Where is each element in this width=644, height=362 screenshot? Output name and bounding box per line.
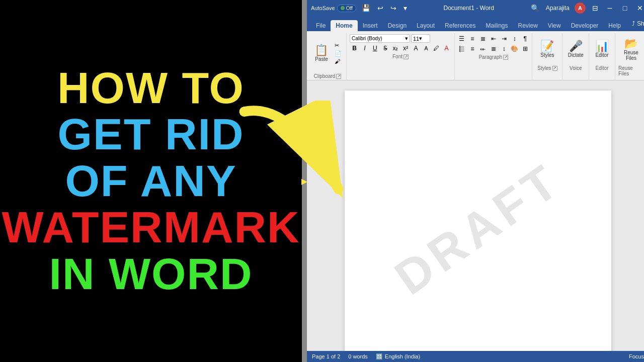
copy-button[interactable]: 📄 xyxy=(333,50,344,57)
close-button[interactable]: ✕ xyxy=(635,3,644,13)
share-icon: ⤴ xyxy=(632,20,635,27)
multilevel-button[interactable]: ≣ xyxy=(478,34,488,43)
align-left-button[interactable]: ⬱ xyxy=(457,44,467,53)
document-title: Document1 - Word xyxy=(444,5,494,12)
page-info: Page 1 of 2 xyxy=(312,353,340,359)
underline-button[interactable]: U xyxy=(370,44,380,53)
numbering-button[interactable]: ≡ xyxy=(467,34,477,43)
share-button[interactable]: ⤴ Share xyxy=(626,18,644,29)
font-size-selector[interactable]: 11 ▾ xyxy=(411,34,430,43)
tab-references[interactable]: References xyxy=(440,20,480,31)
status-bar-right: Focus xyxy=(629,353,644,359)
autosave-state: Off xyxy=(346,6,353,11)
reuse-files-group-label: Reuse Files xyxy=(618,65,644,76)
editor-label: Editor xyxy=(596,52,609,58)
focus-label[interactable]: Focus xyxy=(629,353,644,359)
paragraph-label: Paragraph ↗ xyxy=(478,54,508,60)
title-bar-right: 🔍 Aparajita A ⊟ ─ □ ✕ xyxy=(529,3,644,14)
save-icon[interactable]: 💾 xyxy=(360,3,372,13)
subscript-button[interactable]: x₂ xyxy=(390,44,400,53)
show-marks-button[interactable]: ¶ xyxy=(520,34,530,43)
font-label: Font ↗ xyxy=(392,54,409,59)
cut-button[interactable]: ✂ xyxy=(333,42,344,49)
editor-button[interactable]: 📊 Editor xyxy=(592,34,612,64)
increase-indent-button[interactable]: ⇥ xyxy=(499,34,509,43)
status-bar: Page 1 of 2 0 words 🔠 English (India) Fo… xyxy=(307,351,644,362)
thumbnail-panel: HOW TO GET RID OF ANY WATERMARK IN WORD xyxy=(0,0,302,362)
bullets-button[interactable]: ☰ xyxy=(457,34,467,43)
tab-view[interactable]: View xyxy=(543,20,566,31)
styles-icon: 📝 xyxy=(540,41,554,52)
paste-button[interactable]: 📋 Paste xyxy=(311,38,332,68)
font-color-button[interactable]: A xyxy=(442,44,451,53)
format-painter-button[interactable]: 🖌 xyxy=(333,58,344,65)
tab-home[interactable]: Home xyxy=(331,20,357,31)
font-size-value: 11 xyxy=(413,36,419,42)
paste-icon: 📋 xyxy=(314,45,328,56)
paragraph-group: ☰ ≡ ≣ ⇤ ⇥ ↕ ¶ ⬱ ≡ ⬰ ≣ ↕ 🎨 ⊞ xyxy=(455,33,532,80)
user-avatar[interactable]: A xyxy=(575,3,586,14)
tab-mailings[interactable]: Mailings xyxy=(480,20,513,31)
tab-file[interactable]: File xyxy=(311,20,331,31)
font-name-selector[interactable]: Calibri (Body) ▾ xyxy=(350,34,410,43)
clipboard-expand[interactable]: ↗ xyxy=(336,74,341,79)
highlight-button[interactable]: 🖊 xyxy=(432,44,441,53)
document-page[interactable]: DRAFT xyxy=(345,90,611,351)
redo-icon[interactable]: ↪ xyxy=(389,3,398,13)
text-color-button[interactable]: A xyxy=(421,44,431,53)
tab-insert[interactable]: Insert xyxy=(358,20,383,31)
italic-button[interactable]: I xyxy=(360,44,369,53)
clipboard-content: 📋 Paste ✂ 📄 🖌 xyxy=(311,34,344,72)
font-expand[interactable]: ↗ xyxy=(404,54,409,59)
customize-icon[interactable]: ▾ xyxy=(402,3,409,13)
justify-button[interactable]: ≣ xyxy=(489,44,499,53)
font-selectors-row: Calibri (Body) ▾ 11 ▾ xyxy=(350,34,451,43)
language: 🔠 English (India) xyxy=(376,353,420,360)
dictate-button[interactable]: 🎤 Dictate xyxy=(566,34,586,64)
list-row: ☰ ≡ ≣ ⇤ ⇥ ↕ ¶ xyxy=(457,34,530,43)
thumbnail-line1: HOW TO xyxy=(57,65,245,111)
sort-button[interactable]: ↕ xyxy=(510,34,520,43)
styles-expand[interactable]: ↗ xyxy=(552,66,557,71)
strikethrough-button[interactable]: S̶ xyxy=(380,44,390,53)
autosave-toggle[interactable]: Off xyxy=(337,5,356,12)
styles-group: 📝 Styles Styles ↗ xyxy=(532,33,562,80)
decrease-indent-button[interactable]: ⇤ xyxy=(489,34,499,43)
autosave-label: AutoSave xyxy=(311,5,335,11)
ribbon-toolbar: 📋 Paste ✂ 📄 🖌 Clipboard ↗ Calibri (Bod xyxy=(307,31,644,80)
tab-review[interactable]: Review xyxy=(513,20,542,31)
editor-icon: 📊 xyxy=(595,41,609,52)
align-center-button[interactable]: ≡ xyxy=(467,44,477,53)
reuse-files-button[interactable]: 📂 ReuseFiles xyxy=(621,34,641,64)
title-bar-left: AutoSave Off 💾 ↩ ↪ ▾ xyxy=(311,3,409,13)
page-info-label: Page 1 of 2 xyxy=(312,353,340,359)
thumbnail-line3: OF ANY xyxy=(65,158,236,204)
line-spacing-button[interactable]: ↕ xyxy=(499,44,509,53)
tab-layout[interactable]: Layout xyxy=(412,20,440,31)
align-right-button[interactable]: ⬰ xyxy=(478,44,488,53)
paragraph-controls: ☰ ≡ ≣ ⇤ ⇥ ↕ ¶ ⬱ ≡ ⬰ ≣ ↕ 🎨 ⊞ xyxy=(457,34,530,53)
clipboard-label: Clipboard ↗ xyxy=(314,73,342,79)
borders-button[interactable]: ⊞ xyxy=(520,44,530,53)
styles-button[interactable]: 📝 Styles xyxy=(537,34,557,64)
bold-button[interactable]: B xyxy=(350,44,359,53)
styles-group-label: Styles ↗ xyxy=(537,65,557,71)
tab-developer[interactable]: Developer xyxy=(566,20,604,31)
tab-design[interactable]: Design xyxy=(383,20,412,31)
superscript-button[interactable]: x² xyxy=(401,44,411,53)
toggle-dot xyxy=(341,6,345,10)
search-icon[interactable]: 🔍 xyxy=(529,3,541,13)
clear-format-button[interactable]: A xyxy=(411,44,421,53)
undo-icon[interactable]: ↩ xyxy=(376,3,385,13)
font-dropdown-icon: ▾ xyxy=(405,35,408,42)
shading-button[interactable]: 🎨 xyxy=(510,44,520,53)
maximize-button[interactable]: □ xyxy=(620,3,630,13)
paragraph-expand[interactable]: ↗ xyxy=(503,55,508,60)
minimize-button[interactable]: ─ xyxy=(605,3,615,13)
thumbnail-line5: IN WORD xyxy=(49,251,253,297)
thumbnail-line2: GET RID xyxy=(58,111,245,157)
reuse-files-group: 📂 ReuseFiles Reuse Files xyxy=(615,33,644,80)
language-label: English (India) xyxy=(385,353,420,359)
ribbon-display-icon[interactable]: ⊟ xyxy=(591,3,600,13)
tab-help[interactable]: Help xyxy=(603,20,626,31)
